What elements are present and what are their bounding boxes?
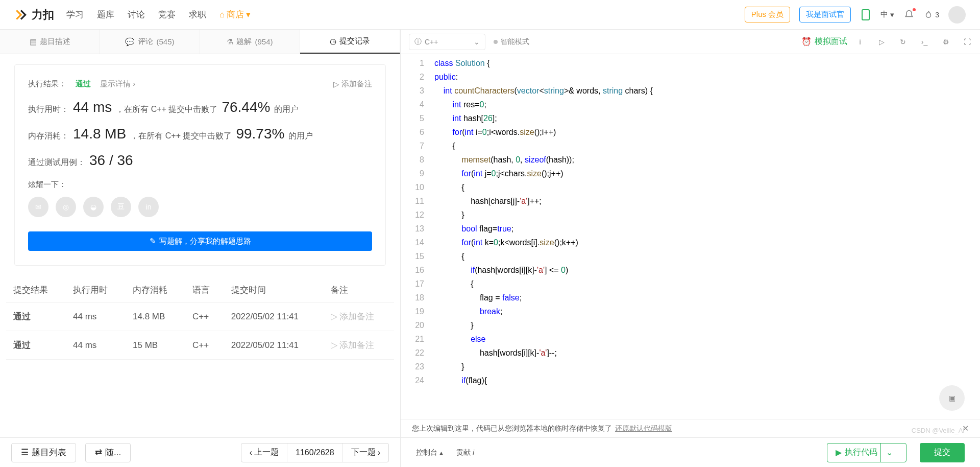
table-row[interactable]: 通过44 ms15 MBC++2022/05/02 11:41▷ 添加备注	[6, 331, 394, 360]
next-problem-button[interactable]: 下一题 ›	[342, 443, 388, 462]
show-detail-link[interactable]: 显示详情 ›	[100, 79, 135, 89]
bottom-right: 控制台 ▴ 贡献 i ▶ 执行代码 ⌄ 提交	[401, 438, 980, 467]
nav-contest[interactable]: 竞赛	[158, 9, 176, 20]
console-toggle[interactable]: 控制台 ▴	[416, 448, 443, 457]
play-icon[interactable]: ▷	[877, 38, 886, 46]
run-dropdown[interactable]: ⌄	[880, 443, 898, 462]
info-icon: ⓘ	[414, 37, 422, 46]
share-row: 炫耀一下：	[28, 180, 372, 190]
douban-icon[interactable]: 豆	[111, 197, 131, 217]
tab-solutions[interactable]: ⚗ 题解 (954)	[200, 30, 300, 54]
mobile-icon[interactable]	[860, 9, 871, 20]
run-label: 执行代码	[845, 447, 877, 458]
clock-icon: ◷	[330, 37, 336, 46]
write-solution-button[interactable]: ✎ 写题解，分享我的解题思路	[28, 231, 372, 251]
editor-toolbar: ⓘ C++ ⌄ 智能模式 ⏰ 模拟面试 i ▷ ↻ ›_ ⚙ ⛶	[401, 30, 980, 54]
submissions-table: 提交结果执行用时内存消耗语言提交时间备注 通过44 ms14.8 MBC++20…	[6, 278, 394, 360]
restore-bar: 您上次编辑到这里，代码已从您浏览器本地的临时存储中恢复了 还原默认代码模版 ✕	[401, 419, 980, 437]
logo-icon	[14, 8, 28, 21]
left-scroll[interactable]: 执行结果： 通过 显示详情 › ▷ 添加备注 执行用时： 44 ms ，在所有 …	[0, 54, 400, 437]
fullscreen-icon[interactable]: ⛶	[963, 38, 972, 46]
chevron-right-icon: ›	[378, 448, 380, 457]
code-editor[interactable]: 123456789101112131415161718192021222324 …	[401, 54, 980, 419]
svg-rect-0	[862, 10, 869, 20]
table-header: 提交时间	[224, 278, 324, 302]
language-dropdown[interactable]: ⓘ C++ ⌄	[409, 34, 485, 50]
memory-row: 内存消耗： 14.8 MB ，在所有 C++ 提交中击败了 99.73% 的用户	[28, 126, 372, 142]
restore-link[interactable]: 还原默认代码模版	[615, 424, 672, 433]
right-panel: ⓘ C++ ⌄ 智能模式 ⏰ 模拟面试 i ▷ ↻ ›_ ⚙ ⛶	[401, 30, 980, 437]
play-icon: ▶	[836, 448, 842, 457]
tab-comments[interactable]: 💬 评论 (545)	[100, 30, 200, 54]
submit-button[interactable]: 提交	[920, 443, 965, 462]
nav-learn[interactable]: 学习	[66, 9, 84, 20]
run-code-button[interactable]: ▶ 执行代码 ⌄	[827, 443, 906, 462]
main-split: ▤ 题目描述 💬 评论 (545) ⚗ 题解 (954) ◷ 提交记录 执行结果…	[0, 30, 980, 437]
language-selector[interactable]: 中 ▾	[880, 10, 894, 19]
cell-note[interactable]: ▷ 添加备注	[324, 302, 394, 331]
contribute-label: 贡献	[456, 448, 471, 457]
runtime-pct: 76.44%	[222, 99, 270, 115]
flag-icon: ▷	[331, 340, 337, 351]
nav-shop[interactable]: ⌂ 商店 ▾	[219, 9, 251, 20]
add-note-button[interactable]: ▷ 添加备注	[333, 79, 372, 89]
smart-mode-label: 智能模式	[501, 37, 529, 46]
prev-label: 上一题	[254, 447, 279, 458]
wechat-icon[interactable]: ✉	[28, 197, 48, 217]
reset-icon[interactable]: ↻	[898, 38, 908, 46]
mock-interview-button[interactable]: ⏰ 模拟面试	[801, 36, 847, 47]
table-header: 内存消耗	[126, 278, 185, 302]
cell-note[interactable]: ▷ 添加备注	[324, 331, 394, 360]
tab-description[interactable]: ▤ 题目描述	[0, 30, 100, 54]
tab-submissions[interactable]: ◷ 提交记录	[300, 30, 400, 54]
problem-counter: 1160/2628	[287, 443, 342, 462]
cell-submitted: 2022/05/02 11:41	[224, 302, 324, 331]
code-area[interactable]: class Solution {public: int countCharact…	[430, 54, 980, 419]
testcases-value: 36 / 36	[89, 152, 133, 169]
settings-icon[interactable]: ⚙	[941, 38, 950, 46]
next-label: 下一题	[351, 447, 376, 458]
chevron-down-icon: ▾	[890, 10, 894, 19]
shuffle-icon: ⇄	[95, 447, 102, 458]
random-label: 随...	[105, 447, 121, 458]
terminal-icon[interactable]: ›_	[920, 38, 929, 46]
smart-mode[interactable]: 智能模式	[494, 37, 529, 46]
share-icons: ✉ ◎ ◒ 豆 in	[28, 197, 372, 217]
streak-icon[interactable]: 3	[924, 9, 939, 20]
problem-list-button[interactable]: ☰ 题目列表	[11, 443, 76, 462]
cell-status: 通过	[6, 331, 66, 360]
plus-button[interactable]: Plus 会员	[745, 7, 790, 22]
write-solution-label: 写题解，分享我的解题思路	[159, 237, 251, 246]
bell-icon[interactable]	[903, 9, 915, 20]
qq-icon[interactable]: ◒	[83, 197, 104, 217]
brand-text: 力扣	[32, 7, 54, 22]
weibo-icon[interactable]: ◎	[56, 197, 76, 217]
testcases-row: 通过测试用例： 36 / 36	[28, 152, 372, 169]
avatar[interactable]	[948, 6, 966, 24]
cell-status: 通过	[6, 302, 66, 331]
prev-problem-button[interactable]: ‹ 上一题	[241, 443, 287, 462]
linkedin-icon[interactable]: in	[138, 197, 159, 217]
random-button[interactable]: ⇄ 随...	[85, 443, 131, 462]
editor-tool-icons: i ▷ ↻ ›_ ⚙ ⛶	[855, 38, 972, 46]
nav-links: 学习 题库 讨论 竞赛 求职 ⌂ 商店 ▾	[66, 9, 251, 20]
bottom-bar: ☰ 题目列表 ⇄ 随... ‹ 上一题 1160/2628 下一题 › 控制台 …	[0, 437, 980, 467]
table-row[interactable]: 通过44 ms14.8 MBC++2022/05/02 11:41▷ 添加备注	[6, 302, 394, 331]
runtime-text2: 的用户	[274, 104, 299, 115]
notebook-button[interactable]: ▣	[939, 385, 965, 411]
nav-discuss[interactable]: 讨论	[128, 9, 145, 20]
info-icon[interactable]: i	[855, 38, 865, 46]
console-label: 控制台	[416, 448, 437, 457]
contribute-link[interactable]: 贡献 i	[456, 448, 474, 457]
nav-problem[interactable]: 题库	[97, 9, 114, 20]
notebook-icon: ▣	[949, 394, 955, 402]
logo[interactable]: 力扣	[14, 7, 54, 22]
cell-submitted: 2022/05/02 11:41	[224, 331, 324, 360]
interviewer-button[interactable]: 我是面试官	[799, 7, 851, 22]
flag-icon: ▷	[331, 311, 337, 322]
nav-jobs[interactable]: 求职	[189, 9, 206, 20]
topnav: 力扣 学习 题库 讨论 竞赛 求职 ⌂ 商店 ▾ Plus 会员 我是面试官 中…	[0, 0, 980, 30]
language-label: 中	[880, 10, 888, 19]
memory-text1: ，在所有 C++ 提交中击败了	[130, 131, 232, 142]
flask-icon: ⚗	[227, 37, 233, 46]
